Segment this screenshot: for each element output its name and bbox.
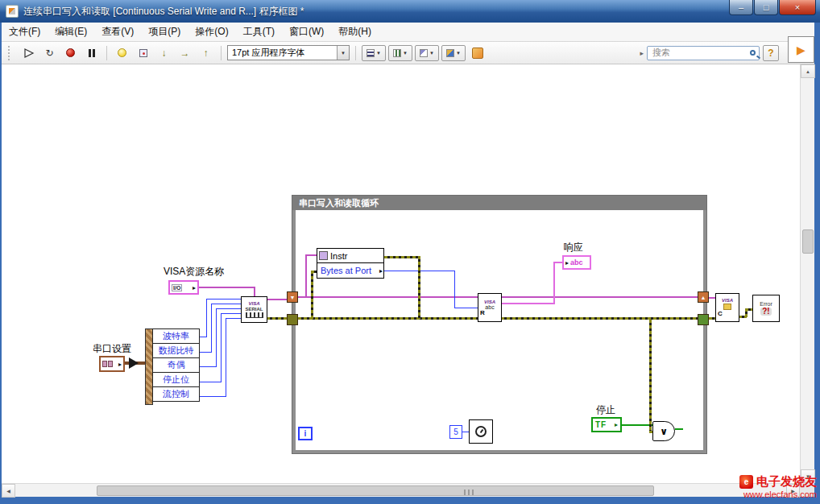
wire-stop-bits[interactable]	[200, 382, 222, 382]
wire-flow-control[interactable]	[226, 318, 241, 319]
unbundle-by-name-node: 波特率 数据比特 奇偶 停止位 流控制	[152, 328, 200, 402]
chevron-down-icon[interactable]: ▼	[337, 46, 349, 60]
search-input[interactable]: 搜索	[647, 46, 760, 60]
wire-visa-resource[interactable]	[198, 287, 255, 288]
menu-item-project[interactable]: 项目(P)	[141, 23, 188, 41]
wire-flow-control[interactable]	[200, 396, 226, 397]
wire-stop-bits[interactable]	[221, 313, 241, 314]
reorder-objects-dropdown[interactable]: ▼	[441, 45, 466, 61]
response-indicator[interactable]: ▸ abc	[562, 255, 591, 270]
while-loop-label[interactable]: 串口写入和读取循环	[292, 196, 706, 210]
run-button[interactable]	[19, 44, 38, 62]
window-title: 连续串口写入和读取 [Continuous Serial Write and R…	[23, 5, 304, 19]
minimize-button[interactable]: –	[729, 0, 753, 15]
scroll-left-button[interactable]: ◀	[2, 484, 15, 498]
serial-settings-control[interactable]: ▸	[99, 356, 125, 372]
wire-error[interactable]	[745, 308, 752, 311]
unbundle-field-parity[interactable]: 奇偶	[152, 357, 200, 373]
wire-parity[interactable]	[216, 308, 217, 367]
wire-baud-rate[interactable]	[206, 299, 207, 337]
wire-parity[interactable]	[200, 366, 217, 367]
read-letter: R	[478, 310, 485, 316]
property-node-row[interactable]: Bytes at Port ▸	[317, 263, 383, 278]
or-function[interactable]: ∨	[652, 421, 675, 441]
menu-item-window[interactable]: 窗口(W)	[282, 23, 331, 41]
wire-error[interactable]	[709, 317, 715, 320]
align-objects-dropdown[interactable]: ▼	[362, 45, 386, 61]
shift-register-left[interactable]: ▼	[287, 291, 298, 303]
wait-ms-node[interactable]	[469, 419, 493, 444]
menu-item-view[interactable]: 查看(V)	[94, 23, 141, 41]
wire-visa-resource[interactable]	[267, 299, 287, 300]
distribute-objects-dropdown[interactable]: ▼	[388, 45, 412, 61]
font-selector-value: 17pt 应用程序字体	[228, 47, 337, 59]
scroll-up-button[interactable]: ▲	[801, 64, 815, 78]
wire-data-bits[interactable]	[211, 304, 212, 353]
property-node-header: Instr	[317, 249, 383, 263]
while-loop-frame[interactable]	[292, 196, 706, 453]
wire-visa-resource[interactable]	[254, 287, 255, 296]
help-button[interactable]: ?	[763, 45, 779, 61]
visa-read-node[interactable]: VISA abc R	[478, 293, 502, 322]
search-collapse-arrow[interactable]: ▸	[640, 49, 644, 57]
step-over-button[interactable]: →	[176, 44, 194, 62]
wire-data-bits[interactable]	[211, 304, 241, 304]
visa-close-node[interactable]: VISA C	[715, 293, 739, 322]
wire-data-bits[interactable]	[200, 352, 212, 353]
menu-item-help[interactable]: 帮助(H)	[331, 23, 379, 41]
abort-button[interactable]	[61, 44, 80, 62]
wire-parity[interactable]	[216, 308, 241, 309]
maximize-button[interactable]: □	[754, 0, 778, 15]
search-placeholder: 搜索	[652, 47, 750, 59]
menu-item-file[interactable]: 文件(F)	[2, 23, 48, 41]
iteration-terminal[interactable]: i	[298, 427, 313, 440]
simple-error-handler-node[interactable]: Error ?!	[752, 295, 780, 322]
wire-visa-resource[interactable]	[709, 297, 715, 299]
scroll-grip-icon	[464, 490, 475, 495]
error-tunnel-right[interactable]	[698, 314, 709, 325]
vertical-scroll-thumb[interactable]	[802, 229, 814, 254]
horizontal-scroll-thumb[interactable]	[97, 485, 654, 496]
resize-objects-dropdown[interactable]: ▼	[415, 45, 439, 61]
output-arrow-icon: ▸	[118, 361, 122, 368]
wire-flow-control[interactable]	[226, 318, 226, 397]
search-icon[interactable]	[750, 50, 756, 56]
chevron-down-icon: ▼	[376, 51, 381, 56]
chevron-down-icon: ▼	[403, 51, 408, 56]
retain-wire-values-icon	[139, 49, 147, 57]
unbundle-field-databits[interactable]: 数据比特	[152, 343, 200, 358]
cleanup-diagram-button[interactable]	[468, 44, 487, 62]
visa-configure-serial-node[interactable]: VISA SERIAL	[241, 296, 267, 323]
wire-error[interactable]	[267, 317, 287, 320]
step-into-button[interactable]: ↓	[155, 44, 173, 62]
wait-ms-constant[interactable]: 5	[449, 425, 462, 439]
clock-icon	[475, 426, 487, 437]
shift-register-right[interactable]: ▲	[698, 291, 709, 303]
labview-app-icon	[6, 5, 19, 18]
property-node[interactable]: Instr Bytes at Port ▸	[317, 248, 384, 279]
menu-item-tools[interactable]: 工具(T)	[236, 23, 282, 41]
horizontal-scrollbar[interactable]: ◀ ▶	[2, 483, 800, 497]
step-out-button[interactable]: ↑	[197, 44, 215, 62]
vi-icon-pane[interactable]: ▶	[788, 36, 814, 63]
font-selector[interactable]: 17pt 应用程序字体 ▼	[227, 45, 350, 60]
wire-stop-bits[interactable]	[221, 313, 222, 382]
highlight-execution-button[interactable]	[113, 44, 131, 62]
pause-button[interactable]	[82, 44, 101, 62]
wire-baud-rate[interactable]	[206, 299, 241, 300]
vertical-scrollbar[interactable]: ▲ ▼	[800, 64, 814, 483]
error-tunnel-left[interactable]	[287, 314, 298, 325]
toolbar-separator	[221, 46, 222, 60]
retain-wire-values-button[interactable]	[134, 44, 152, 62]
close-button[interactable]: ×	[779, 0, 816, 15]
input-arrow-icon: ▸	[565, 259, 569, 266]
stop-boolean-control[interactable]: TF ▸	[591, 417, 622, 432]
unbundle-field-baud[interactable]: 波特率	[152, 328, 200, 344]
menu-item-edit[interactable]: 编辑(E)	[48, 23, 94, 41]
menu-item-operate[interactable]: 操作(O)	[188, 23, 235, 41]
unbundle-field-stopbits[interactable]: 停止位	[152, 372, 200, 387]
run-continuous-button[interactable]: ↻	[40, 44, 59, 62]
unbundle-field-flowcontrol[interactable]: 流控制	[152, 386, 200, 402]
visa-resource-control[interactable]: I/O ▸	[168, 280, 199, 295]
cleanup-diagram-icon	[472, 48, 483, 59]
